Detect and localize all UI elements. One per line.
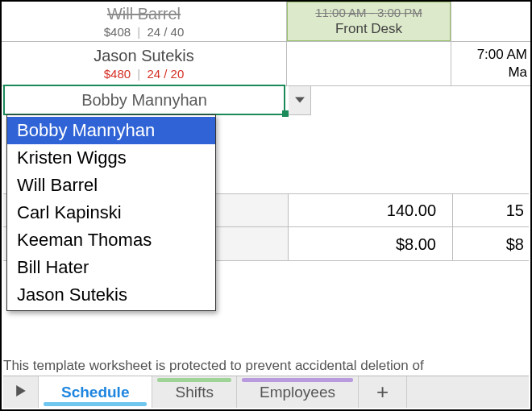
employee-cost: $408	[104, 25, 131, 39]
employee-cell[interactable]: Will Barrel $408 | 24 / 40	[2, 2, 287, 41]
totals-value-cell[interactable]: $8.00	[289, 227, 453, 260]
dropdown-item-label: Keeman Thomas	[17, 230, 152, 250]
employee-row: Will Barrel $408 | 24 / 40 11:00 AM - 3:…	[2, 2, 530, 42]
shift-cell-partial[interactable]: 7:00 AM Ma	[451, 42, 530, 85]
plus-icon: +	[376, 380, 389, 405]
shift-label: Front Desk	[335, 20, 402, 38]
tab-accent	[157, 378, 231, 382]
employee-cell[interactable]: Jason Sutekis $480 | 24 / 20	[2, 42, 287, 85]
value-text: $8	[506, 234, 524, 255]
dropdown-toggle-button[interactable]	[289, 85, 311, 115]
employee-row: Jason Sutekis $480 | 24 / 20 7:00 AM Ma	[2, 42, 530, 86]
value-text: $8.00	[396, 234, 436, 255]
dropdown-item-label: Bobby Mannyhan	[17, 120, 155, 140]
employee-ratio: 24 / 40	[147, 25, 184, 39]
svg-marker-1	[16, 385, 26, 396]
dropdown-item[interactable]: Jason Sutekis	[7, 281, 215, 309]
employee-subline: $408 | 24 / 40	[104, 24, 185, 40]
tab-employees[interactable]: Employees	[237, 376, 359, 408]
value-text: 140.00	[387, 200, 436, 221]
fill-handle[interactable]	[282, 110, 289, 117]
dropdown-item[interactable]: Kristen Wiggs	[7, 144, 215, 172]
dropdown-item-label: Jason Sutekis	[17, 284, 127, 305]
tab-scroll-button[interactable]	[3, 376, 39, 408]
tab-label: Schedule	[61, 384, 129, 401]
employee-cost: $480	[104, 67, 131, 81]
tab-label: Employees	[260, 384, 335, 401]
shift-time-partial: 7:00 AM	[477, 46, 527, 64]
dropdown-item-label: Carl Kapinski	[17, 202, 122, 222]
editing-row: Bobby Mannyhan	[2, 86, 530, 117]
active-cell-value: Bobby Mannyhan	[81, 91, 207, 110]
active-cell-input[interactable]: Bobby Mannyhan	[3, 85, 285, 115]
shift-pill: 11:00 AM - 3:00 PM Front Desk	[287, 2, 451, 41]
dropdown-item-label: Kristen Wiggs	[17, 147, 127, 168]
svg-marker-0	[295, 97, 305, 102]
empty-cell[interactable]	[451, 2, 530, 41]
dropdown-item[interactable]: Keeman Thomas	[7, 226, 215, 254]
shift-cell[interactable]: 11:00 AM - 3:00 PM Front Desk	[287, 2, 451, 41]
empty-cell[interactable]	[287, 42, 451, 85]
employee-name: Will Barrel	[107, 3, 181, 24]
shift-sub-partial: Ma	[508, 64, 527, 81]
dropdown-item[interactable]: Bill Hater	[7, 254, 215, 281]
autocomplete-dropdown: Bobby Mannyhan Kristen Wiggs Will Barrel…	[6, 114, 216, 311]
dropdown-item-label: Will Barrel	[17, 175, 98, 195]
spreadsheet-viewport: Will Barrel $408 | 24 / 40 11:00 AM - 3:…	[0, 0, 532, 411]
separator: |	[137, 25, 140, 39]
chevron-down-icon	[295, 92, 305, 109]
dropdown-item-label: Bill Hater	[17, 257, 89, 277]
tab-accent	[44, 402, 147, 406]
triangle-right-icon	[16, 384, 26, 401]
shift-time: 11:00 AM - 3:00 PM	[315, 5, 422, 21]
employee-ratio: 24 / 20	[147, 67, 184, 81]
tab-schedule[interactable]: Schedule	[39, 376, 152, 408]
dropdown-item[interactable]: Bobby Mannyhan	[7, 117, 215, 144]
protection-message: This template worksheet is protected to …	[3, 358, 424, 374]
value-text: 15	[506, 200, 524, 221]
dropdown-item[interactable]: Will Barrel	[7, 172, 215, 199]
tab-shifts[interactable]: Shifts	[152, 376, 237, 408]
worksheet-tab-bar: Schedule Shifts Employees +	[3, 376, 529, 408]
totals-value-cell[interactable]: $8	[453, 227, 529, 260]
employee-subline: $480 | 24 / 20	[104, 66, 185, 82]
dropdown-item[interactable]: Carl Kapinski	[7, 199, 215, 226]
tab-label: Shifts	[175, 384, 214, 401]
separator: |	[137, 67, 140, 81]
employee-name: Jason Sutekis	[94, 45, 194, 66]
add-sheet-button[interactable]: +	[359, 376, 407, 408]
totals-value-cell[interactable]: 140.00	[289, 194, 453, 226]
totals-value-cell[interactable]: 15	[453, 194, 529, 226]
tab-accent	[242, 378, 353, 382]
